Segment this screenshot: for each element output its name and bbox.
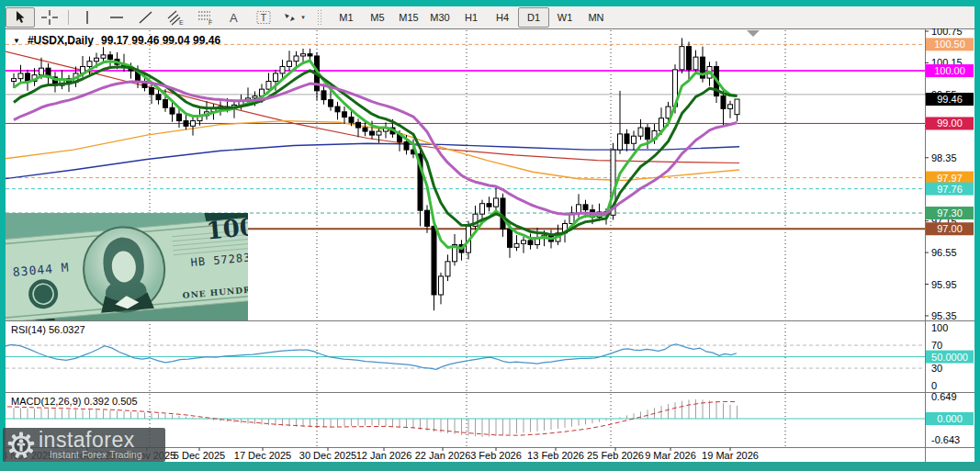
candle-body[interactable] (356, 122, 361, 128)
candle-body[interactable] (377, 131, 381, 135)
chart-title: ▼ #USDX,Daily 99.17 99.46 99.04 99.46 (13, 34, 220, 47)
price-level-badge-text: 99.00 (937, 118, 963, 129)
candle-body[interactable] (349, 118, 354, 123)
candle-body[interactable] (480, 204, 485, 214)
candle-body[interactable] (150, 87, 154, 94)
candle-body[interactable] (735, 99, 739, 115)
timeframe-m15-button[interactable]: M15 (393, 7, 424, 28)
candle-body[interactable] (522, 241, 526, 243)
arrows-tool-button[interactable]: ▾ (278, 7, 308, 28)
price-tick-label: 98.35 (931, 152, 957, 163)
candle-body[interactable] (329, 100, 333, 107)
equidistant-channel-tool-button[interactable]: E (161, 7, 190, 28)
candle-body[interactable] (370, 131, 375, 135)
candle-body[interactable] (625, 134, 629, 143)
text-tool-button[interactable]: A (220, 7, 249, 28)
candle-body[interactable] (163, 100, 168, 108)
candle-body[interactable] (646, 128, 650, 140)
candle-body[interactable] (156, 95, 161, 100)
candle-body[interactable] (253, 96, 257, 98)
candle-body[interactable] (577, 205, 581, 213)
candle-body[interactable] (425, 210, 430, 226)
candle-body[interactable] (274, 73, 278, 82)
candle-body[interactable] (508, 229, 513, 247)
candle-body[interactable] (680, 47, 684, 70)
candle-body[interactable] (170, 107, 175, 114)
price-level-badge-text: 100.50 (934, 39, 965, 50)
candle-body[interactable] (87, 62, 92, 67)
candle-body[interactable] (404, 142, 409, 151)
candle-body[interactable] (728, 105, 733, 109)
macd-zero-badge-text: 0.000 (937, 413, 963, 424)
candle-body[interactable] (12, 79, 17, 82)
candle-body[interactable] (108, 55, 113, 60)
candle-body[interactable] (95, 58, 99, 61)
instaforex-chart-frame: EFAT▾M1M5M15M30H1H4D1W1MN 100HB 57283083… (0, 0, 980, 471)
dropdown-caret-icon[interactable]: ▾ (301, 14, 305, 21)
candle-body[interactable] (583, 205, 588, 210)
candle-body[interactable] (487, 204, 491, 207)
candle-body[interactable] (343, 112, 347, 118)
timeframe-m30-button[interactable]: M30 (424, 7, 456, 28)
crosshair-tool-button[interactable] (35, 7, 64, 28)
candle-body[interactable] (39, 68, 44, 74)
candle-body[interactable] (335, 107, 340, 112)
candle-body[interactable] (439, 276, 444, 295)
price-level-badge-text: 97.97 (937, 173, 963, 184)
toolbar-grip[interactable] (317, 9, 323, 26)
macd-indicator-label: MACD(12,26,9) 0.392 0.505 (11, 396, 138, 407)
date-tick-label: 22 Jan 2026 (415, 450, 471, 461)
chart-area[interactable]: 100HB 57283083044 MONE HUNDRED100.75100.… (6, 28, 974, 462)
timeframe-w1-button[interactable]: W1 (549, 7, 580, 28)
timeframe-h1-button[interactable]: H1 (456, 7, 487, 28)
candle-body[interactable] (26, 73, 30, 82)
candle-body[interactable] (294, 56, 299, 62)
candle-body[interactable] (184, 121, 188, 127)
timeframe-mn-button[interactable]: MN (580, 7, 612, 28)
candle-body[interactable] (721, 96, 726, 109)
trendline-tool-button[interactable] (131, 7, 161, 28)
current-price-badge-text: 99.46 (937, 94, 963, 105)
candle-body[interactable] (693, 57, 698, 70)
timeframe-m1-button[interactable]: M1 (331, 7, 362, 28)
text-label-tool-button[interactable]: T (249, 7, 278, 28)
candle-body[interactable] (301, 54, 306, 56)
chart-canvas[interactable]: 100HB 57283083044 MONE HUNDRED100.75100.… (6, 28, 974, 462)
candle-body[interactable] (514, 243, 519, 247)
candle-body[interactable] (632, 136, 636, 143)
instaforex-tagline: Instant Forex Trading (39, 450, 142, 460)
timeframe-d1-button[interactable]: D1 (518, 7, 549, 28)
candle-body[interactable] (638, 128, 643, 136)
candle-body[interactable] (287, 62, 292, 67)
candle-body[interactable] (308, 54, 312, 56)
date-tick-label: 3 Feb 2026 (470, 450, 522, 461)
date-tick-label: 25 Feb 2026 (587, 450, 644, 461)
rsi-tick-label: 30 (931, 363, 942, 374)
candle-body[interactable] (618, 134, 623, 150)
candle-body[interactable] (363, 128, 367, 131)
symbol-caret-icon[interactable]: ▼ (13, 37, 20, 45)
timeframe-h4-button[interactable]: H4 (487, 7, 518, 28)
fibonacci-tool-button[interactable]: F (190, 7, 220, 28)
timeframe-m5-button[interactable]: M5 (362, 7, 393, 28)
date-tick-label: 19 Mar 2026 (702, 450, 759, 461)
toolbar: EFAT▾M1M5M15M30H1H4D1W1MN (6, 6, 974, 29)
candle-body[interactable] (101, 55, 106, 58)
rsi-tick-label: 70 (931, 340, 942, 351)
candle-body[interactable] (501, 198, 505, 229)
candle-body[interactable] (445, 262, 450, 276)
candle-body[interactable] (266, 82, 271, 90)
candle-body[interactable] (177, 114, 182, 120)
vertical-line-tool-button[interactable] (73, 7, 102, 28)
candle-body[interactable] (191, 121, 196, 127)
candle-body[interactable] (432, 226, 436, 295)
horizontal-line-tool-button[interactable] (102, 7, 131, 28)
cursor-tool-button[interactable] (6, 7, 35, 28)
date-tick-label: 9 Mar 2026 (645, 450, 696, 461)
candle-body[interactable] (528, 241, 533, 245)
candle-body[interactable] (280, 66, 285, 73)
candle-body[interactable] (321, 91, 326, 100)
candle-body[interactable] (494, 198, 499, 207)
candle-body[interactable] (687, 47, 692, 70)
candle-body[interactable] (18, 73, 23, 79)
